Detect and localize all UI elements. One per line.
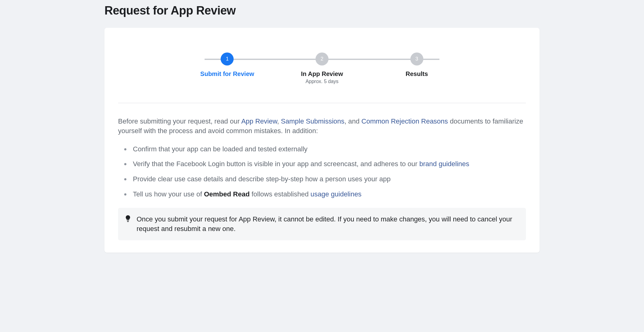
step-circle-3: 3: [410, 53, 423, 65]
link-sample-submissions[interactable]: Sample Submissions: [281, 117, 344, 125]
checklist: Confirm that your app can be loaded and …: [124, 145, 526, 199]
divider: [118, 103, 526, 103]
link-usage-guidelines[interactable]: usage guidelines: [311, 190, 362, 198]
step-circle-1: 1: [221, 53, 234, 65]
link-brand-guidelines[interactable]: brand guidelines: [419, 160, 469, 168]
review-card: 1 Submit for Review 2 In App Review Appr…: [104, 28, 540, 253]
checklist-item-4-mid: follows established: [250, 190, 311, 198]
checklist-item-2: Verify that the Facebook Login button is…: [124, 159, 526, 169]
link-common-rejection[interactable]: Common Rejection Reasons: [362, 117, 448, 125]
page-title: Request for App Review: [104, 4, 557, 17]
step-sublabel-2: Approx. 5 days: [306, 79, 339, 84]
checklist-item-3: Provide clear use case details and descr…: [124, 174, 526, 184]
step-results[interactable]: 3 Results: [369, 53, 464, 78]
intro-paragraph: Before submitting your request, read our…: [118, 117, 526, 136]
step-label-3: Results: [406, 70, 428, 78]
checklist-item-1: Confirm that your app can be loaded and …: [124, 145, 526, 154]
link-app-review[interactable]: App Review: [241, 117, 277, 125]
progress-stepper: 1 Submit for Review 2 In App Review Appr…: [180, 53, 464, 84]
step-circle-2: 2: [316, 53, 328, 65]
lightbulb-icon: [125, 215, 131, 223]
notice-box: Once you submit your request for App Rev…: [118, 208, 526, 241]
intro-sep1: ,: [277, 117, 281, 125]
checklist-item-4: Tell us how your use of Oembed Read foll…: [124, 190, 526, 199]
checklist-item-4-bold: Oembed Read: [204, 190, 250, 198]
step-submit[interactable]: 1 Submit for Review: [180, 53, 275, 78]
step-in-review[interactable]: 2 In App Review Approx. 5 days: [275, 53, 370, 84]
intro-pre: Before submitting your request, read our: [118, 117, 241, 125]
checklist-item-2-pre: Verify that the Facebook Login button is…: [133, 160, 419, 168]
step-label-1: Submit for Review: [200, 70, 254, 78]
step-label-2: In App Review: [301, 70, 343, 78]
intro-sep2: , and: [345, 117, 362, 125]
checklist-item-4-pre: Tell us how your use of: [133, 190, 204, 198]
notice-text: Once you submit your request for App Rev…: [137, 215, 519, 234]
page-container: Request for App Review 1 Submit for Revi…: [87, 4, 557, 253]
